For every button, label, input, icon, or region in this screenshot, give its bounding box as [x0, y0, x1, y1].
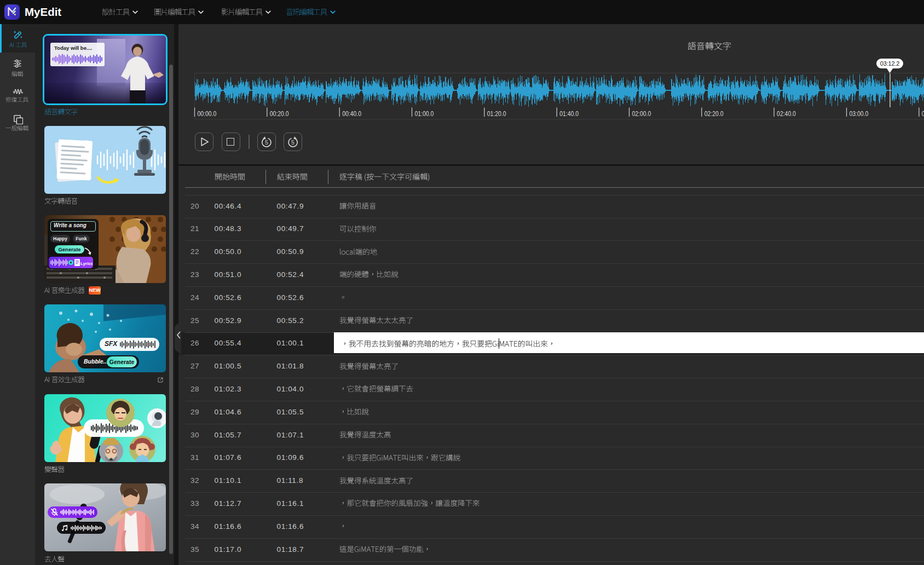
svg-text:00:20.0: 00:20.0 — [270, 110, 289, 117]
svg-text:Lyrics: Lyrics — [80, 261, 93, 266]
svg-text:03:00.0: 03:00.0 — [850, 110, 869, 117]
svg-text:02:00.0: 02:00.0 — [632, 110, 651, 117]
svg-text:00:00.0: 00:00.0 — [198, 110, 217, 117]
svg-text:03:20.0: 03:20.0 — [922, 110, 924, 117]
svg-text:5: 5 — [291, 139, 294, 146]
svg-text:00:40.0: 00:40.0 — [342, 110, 361, 117]
svg-text:02:40.0: 02:40.0 — [777, 110, 796, 117]
svg-text:5: 5 — [265, 139, 268, 146]
svg-text:01:40.0: 01:40.0 — [559, 110, 579, 117]
svg-text:01:20.0: 01:20.0 — [487, 110, 506, 117]
svg-text:01:00.0: 01:00.0 — [415, 110, 434, 117]
svg-text:02:20.0: 02:20.0 — [704, 110, 724, 117]
